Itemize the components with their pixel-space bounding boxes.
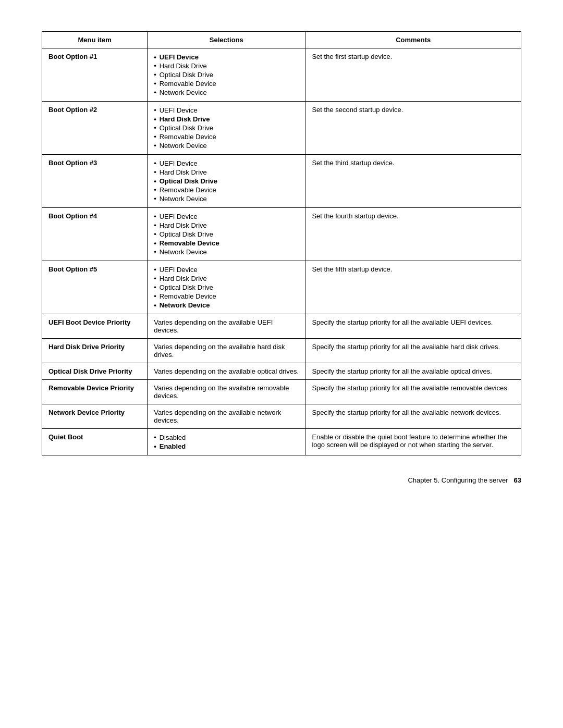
selection-item: UEFI Device <box>154 265 299 274</box>
selection-item: UEFI Device <box>154 159 299 168</box>
comment-cell: Set the fourth startup device. <box>305 208 521 261</box>
selections-cell: Varies depending on the available optica… <box>148 363 305 380</box>
table-row: Hard Disk Drive PriorityVaries depending… <box>42 339 521 363</box>
selections-cell: Varies depending on the available networ… <box>148 404 305 429</box>
table-row: Boot Option #4UEFI DeviceHard Disk Drive… <box>42 208 521 261</box>
selection-item: UEFI Device <box>154 53 299 61</box>
selection-item: Hard Disk Drive <box>154 274 299 283</box>
selections-cell: Varies depending on the available remova… <box>148 380 305 404</box>
selection-item: Removable Device <box>154 239 299 248</box>
selection-item: Optical Disk Drive <box>154 230 299 239</box>
col-header-comments: Comments <box>305 32 521 48</box>
comment-cell: Specify the startup priority for all the… <box>305 404 521 429</box>
selection-item: Hard Disk Drive <box>154 115 299 124</box>
selection-item: Removable Device <box>154 79 299 88</box>
table-row: Optical Disk Drive PriorityVaries depend… <box>42 363 521 380</box>
selection-item: Hard Disk Drive <box>154 61 299 70</box>
selection-item: Removable Device <box>154 186 299 194</box>
table-row: Boot Option #3UEFI DeviceHard Disk Drive… <box>42 155 521 208</box>
table-row: UEFI Boot Device PriorityVaries dependin… <box>42 314 521 339</box>
menu-item-cell: Boot Option #2 <box>42 102 148 155</box>
menu-item-cell: UEFI Boot Device Priority <box>42 314 148 339</box>
table-row: Boot Option #2UEFI DeviceHard Disk Drive… <box>42 102 521 155</box>
selections-cell: UEFI DeviceHard Disk DriveOptical Disk D… <box>148 261 305 314</box>
menu-item-cell: Hard Disk Drive Priority <box>42 339 148 363</box>
selection-item: Optical Disk Drive <box>154 124 299 132</box>
menu-item-cell: Boot Option #3 <box>42 155 148 208</box>
selection-item: UEFI Device <box>154 106 299 115</box>
footer-chapter-text: Chapter 5. Configuring the server <box>408 476 508 484</box>
menu-item-cell: Boot Option #1 <box>42 48 148 102</box>
menu-item-cell: Quiet Boot <box>42 429 148 455</box>
boot-options-table: Menu item Selections Comments Boot Optio… <box>42 31 521 455</box>
page-footer: Chapter 5. Configuring the server 63 <box>42 476 521 484</box>
selections-cell: UEFI DeviceHard Disk DriveOptical Disk D… <box>148 48 305 102</box>
selection-item: Removable Device <box>154 292 299 301</box>
comment-cell: Specify the startup priority for all the… <box>305 339 521 363</box>
comment-cell: Set the third startup device. <box>305 155 521 208</box>
comment-cell: Specify the startup priority for all the… <box>305 363 521 380</box>
table-row: Removable Device PriorityVaries dependin… <box>42 380 521 404</box>
comment-cell: Set the second startup device. <box>305 102 521 155</box>
selection-item: Network Device <box>154 248 299 256</box>
menu-item-cell: Optical Disk Drive Priority <box>42 363 148 380</box>
selection-item: Optical Disk Drive <box>154 177 299 186</box>
selection-item: Network Device <box>154 301 299 310</box>
selection-item: Optical Disk Drive <box>154 283 299 292</box>
table-row: Boot Option #1UEFI DeviceHard Disk Drive… <box>42 48 521 102</box>
selections-cell: Varies depending on the available hard d… <box>148 339 305 363</box>
selection-item: UEFI Device <box>154 212 299 221</box>
menu-item-cell: Network Device Priority <box>42 404 148 429</box>
selection-item: Disabled <box>154 433 299 442</box>
selection-item: Hard Disk Drive <box>154 168 299 177</box>
selection-item: Hard Disk Drive <box>154 221 299 230</box>
selection-item: Removable Device <box>154 132 299 141</box>
comment-cell: Specify the startup priority for all the… <box>305 380 521 404</box>
selections-cell: UEFI DeviceHard Disk DriveOptical Disk D… <box>148 102 305 155</box>
selection-item: Optical Disk Drive <box>154 70 299 79</box>
col-header-selections: Selections <box>148 32 305 48</box>
menu-item-cell: Boot Option #4 <box>42 208 148 261</box>
selection-item: Network Device <box>154 194 299 203</box>
selection-item: Network Device <box>154 88 299 97</box>
comment-cell: Set the first startup device. <box>305 48 521 102</box>
comment-cell: Specify the startup priority for all the… <box>305 314 521 339</box>
menu-item-cell: Removable Device Priority <box>42 380 148 404</box>
table-row: Network Device PriorityVaries depending … <box>42 404 521 429</box>
footer-page-number: 63 <box>514 476 521 484</box>
comment-cell: Set the fifth startup device. <box>305 261 521 314</box>
table-row: Quiet BootDisabledEnabledEnable or disab… <box>42 429 521 455</box>
selection-item: Network Device <box>154 141 299 150</box>
col-header-menu-item: Menu item <box>42 32 148 48</box>
comment-cell: Enable or disable the quiet boot feature… <box>305 429 521 455</box>
selections-cell: UEFI DeviceHard Disk DriveOptical Disk D… <box>148 208 305 261</box>
table-row: Boot Option #5UEFI DeviceHard Disk Drive… <box>42 261 521 314</box>
selection-item: Enabled <box>154 442 299 451</box>
menu-item-cell: Boot Option #5 <box>42 261 148 314</box>
selections-cell: Varies depending on the available UEFI d… <box>148 314 305 339</box>
selections-cell: UEFI DeviceHard Disk DriveOptical Disk D… <box>148 155 305 208</box>
selections-cell: DisabledEnabled <box>148 429 305 455</box>
